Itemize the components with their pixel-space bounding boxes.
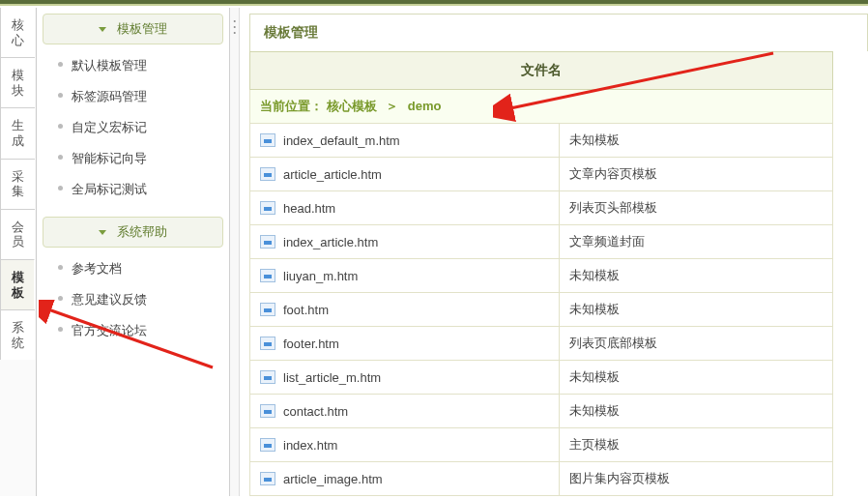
- template-menu-item[interactable]: 智能标记向导: [54, 143, 223, 174]
- file-name: index.htm: [283, 438, 337, 453]
- file-name-cell[interactable]: index.htm: [250, 428, 560, 462]
- chevron-down-icon: [99, 27, 106, 32]
- left-tab-label: 模 块: [1, 68, 35, 98]
- file-name: index_article.htm: [283, 235, 378, 249]
- help-menu-item[interactable]: 意见建议反馈: [54, 284, 223, 315]
- file-name-cell[interactable]: index_article.htm: [250, 225, 560, 259]
- help-menu-title: 系统帮助: [117, 224, 167, 239]
- file-desc-cell: 未知模板: [560, 293, 833, 327]
- left-tab-5[interactable]: 模 板: [0, 259, 35, 309]
- left-tab-label: 模 板: [1, 270, 34, 300]
- file-desc-cell: 未知模板: [560, 395, 833, 428]
- page-title: 模板管理: [249, 14, 868, 51]
- template-menu-head[interactable]: 模板管理: [43, 14, 223, 44]
- file-name: foot.htm: [283, 303, 329, 317]
- file-name-cell[interactable]: foot.htm: [250, 293, 560, 327]
- file-name-cell[interactable]: contact.htm: [250, 395, 560, 428]
- table-row[interactable]: article_image.htm图片集内容页模板: [250, 462, 833, 496]
- file-icon: [260, 370, 275, 384]
- file-desc-cell: 未知模板: [560, 259, 833, 293]
- file-icon: [260, 438, 275, 452]
- file-icon: [260, 269, 275, 282]
- file-name: contact.htm: [283, 404, 348, 419]
- side-panel: 模板管理 默认模板管理标签源码管理自定义宏标记智能标记向导全局标记测试 系统帮助…: [37, 8, 230, 496]
- table-row[interactable]: contact.htm未知模板: [250, 395, 833, 428]
- file-desc-cell: 主页模板: [560, 428, 833, 462]
- file-name-cell[interactable]: article_image.htm: [250, 462, 560, 496]
- left-tab-4[interactable]: 会 员: [0, 209, 35, 259]
- file-name: index_default_m.htm: [283, 133, 400, 148]
- table-row[interactable]: index.htm主页模板: [250, 428, 833, 462]
- file-name: article_article.htm: [283, 167, 382, 182]
- template-menu-item[interactable]: 标签源码管理: [54, 81, 223, 112]
- help-menu: 系统帮助 参考文档意见建议反馈官方交流论坛: [43, 217, 223, 352]
- table-row[interactable]: index_article.htm文章频道封面: [250, 225, 833, 259]
- file-name: article_image.htm: [283, 472, 383, 486]
- file-name: list_article_m.htm: [283, 370, 381, 385]
- left-nav: 核 心模 块生 成采 集会 员模 板系 统: [0, 8, 37, 496]
- table-row[interactable]: liuyan_m.htm未知模板: [250, 259, 833, 293]
- left-tab-label: 生 成: [1, 118, 35, 148]
- main-content: 模板管理 文件名 当前位置： 核心模板 ＞ demoindex_default_…: [240, 8, 868, 496]
- file-name: footer.htm: [283, 337, 339, 351]
- file-name-cell[interactable]: index_default_m.htm: [250, 124, 560, 158]
- file-name: liuyan_m.htm: [283, 269, 358, 283]
- chevron-down-icon: [99, 230, 106, 235]
- help-menu-head[interactable]: 系统帮助: [43, 217, 223, 248]
- file-icon: [260, 404, 275, 418]
- left-tab-label: 采 集: [1, 169, 35, 199]
- table-row[interactable]: head.htm列表页头部模板: [250, 191, 833, 225]
- template-menu-item[interactable]: 全局标记测试: [54, 174, 223, 205]
- file-name-cell[interactable]: head.htm: [250, 191, 560, 225]
- container: 核 心模 块生 成采 集会 员模 板系 统 模板管理 默认模板管理标签源码管理自…: [0, 8, 868, 496]
- file-table: 文件名 当前位置： 核心模板 ＞ demoindex_default_m.htm…: [249, 51, 833, 496]
- file-name-cell[interactable]: article_article.htm: [250, 158, 560, 191]
- file-desc-cell: 列表页底部模板: [560, 327, 833, 361]
- file-icon: [260, 337, 275, 350]
- table-row[interactable]: footer.htm列表页底部模板: [250, 327, 833, 361]
- file-desc-cell: 文章内容页模板: [560, 158, 833, 191]
- left-tab-label: 会 员: [1, 220, 35, 249]
- file-name: head.htm: [283, 201, 335, 216]
- help-menu-item[interactable]: 参考文档: [54, 253, 223, 284]
- file-desc-cell: 图片集内容页模板: [560, 462, 833, 496]
- table-row[interactable]: article_article.htm文章内容页模板: [250, 158, 833, 191]
- help-menu-item[interactable]: 官方交流论坛: [54, 315, 223, 346]
- left-tab-label: 核 心: [1, 17, 35, 47]
- template-menu-item[interactable]: 默认模板管理: [54, 50, 223, 81]
- splitter-handle[interactable]: [230, 8, 240, 496]
- table-row[interactable]: index_default_m.htm未知模板: [250, 124, 833, 158]
- file-name-cell[interactable]: footer.htm: [250, 327, 560, 361]
- left-tab-6[interactable]: 系 统: [0, 309, 35, 360]
- file-desc-cell: 未知模板: [560, 124, 833, 158]
- file-icon: [260, 201, 275, 215]
- file-icon: [260, 235, 275, 249]
- template-menu: 模板管理 默认模板管理标签源码管理自定义宏标记智能标记向导全局标记测试: [43, 14, 223, 211]
- template-menu-title: 模板管理: [117, 21, 167, 36]
- file-icon: [260, 167, 275, 181]
- file-desc-cell: 未知模板: [560, 361, 833, 395]
- template-menu-list: 默认模板管理标签源码管理自定义宏标记智能标记向导全局标记测试: [43, 44, 223, 211]
- file-desc-cell: 文章频道封面: [560, 225, 833, 259]
- file-icon: [260, 303, 275, 316]
- file-table-body: 当前位置： 核心模板 ＞ demoindex_default_m.htm未知模板…: [250, 90, 833, 496]
- left-tab-3[interactable]: 采 集: [0, 159, 35, 209]
- left-tab-1[interactable]: 模 块: [0, 57, 35, 107]
- help-menu-list: 参考文档意见建议反馈官方交流论坛: [43, 248, 223, 352]
- left-tab-label: 系 统: [1, 320, 35, 350]
- template-menu-item[interactable]: 自定义宏标记: [54, 112, 223, 143]
- col-header-filename: 文件名: [250, 52, 833, 90]
- file-icon: [260, 472, 275, 485]
- left-tab-0[interactable]: 核 心: [0, 8, 35, 57]
- top-bar: [0, 0, 868, 6]
- table-row[interactable]: foot.htm未知模板: [250, 293, 833, 327]
- left-tab-2[interactable]: 生 成: [0, 107, 35, 158]
- file-icon: [260, 133, 275, 147]
- file-name-cell[interactable]: liuyan_m.htm: [250, 259, 560, 293]
- table-row[interactable]: list_article_m.htm未知模板: [250, 361, 833, 395]
- breadcrumb[interactable]: 当前位置： 核心模板 ＞ demo: [250, 90, 833, 124]
- file-desc-cell: 列表页头部模板: [560, 191, 833, 225]
- file-name-cell[interactable]: list_article_m.htm: [250, 361, 560, 395]
